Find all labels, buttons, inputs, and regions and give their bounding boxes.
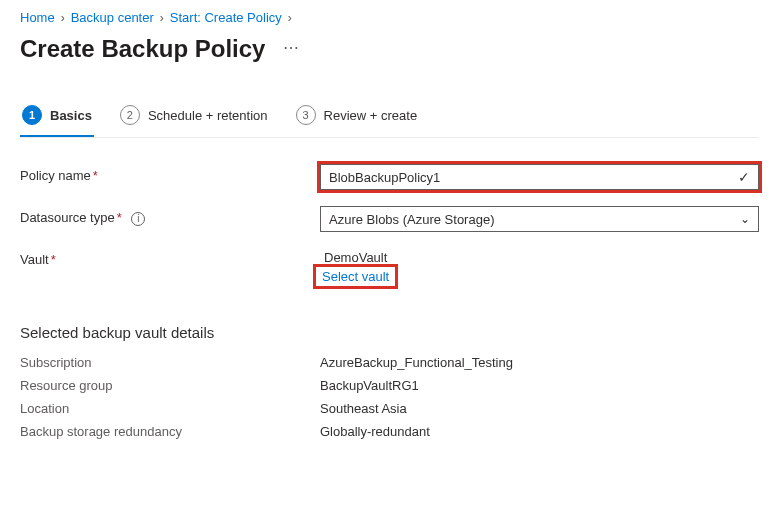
detail-row: Resource group BackupVaultRG1 (20, 378, 759, 393)
breadcrumb-start-create-policy[interactable]: Start: Create Policy (170, 10, 282, 25)
vault-details-heading: Selected backup vault details (20, 324, 759, 341)
step-badge: 2 (120, 105, 140, 125)
step-badge: 3 (296, 105, 316, 125)
detail-label: Resource group (20, 378, 320, 393)
detail-value: BackupVaultRG1 (320, 378, 419, 393)
info-icon[interactable]: i (131, 212, 145, 226)
chevron-right-icon: › (61, 11, 65, 25)
chevron-right-icon: › (160, 11, 164, 25)
step-badge: 1 (22, 105, 42, 125)
policy-name-label: Policy name* (20, 164, 320, 183)
breadcrumb-home[interactable]: Home (20, 10, 55, 25)
detail-row: Backup storage redundancy Globally-redun… (20, 424, 759, 439)
wizard-tabs: 1 Basics 2 Schedule + retention 3 Review… (20, 99, 759, 138)
datasource-type-value: Azure Blobs (Azure Storage) (329, 212, 494, 227)
page-title: Create Backup Policy (20, 35, 265, 63)
tab-label: Review + create (324, 108, 418, 123)
required-icon: * (51, 252, 56, 267)
tab-schedule-retention[interactable]: 2 Schedule + retention (118, 99, 270, 137)
vault-current-value: DemoVault (320, 248, 759, 267)
select-vault-link[interactable]: Select vault (316, 267, 395, 286)
policy-name-input[interactable]: BlobBackupPolicy1 ✓ (320, 164, 759, 190)
tab-label: Basics (50, 108, 92, 123)
detail-label: Subscription (20, 355, 320, 370)
required-icon: * (93, 168, 98, 183)
detail-row: Subscription AzureBackup_Functional_Test… (20, 355, 759, 370)
chevron-right-icon: › (288, 11, 292, 25)
detail-value: Southeast Asia (320, 401, 407, 416)
checkmark-icon: ✓ (738, 169, 750, 185)
vault-label: Vault* (20, 248, 320, 267)
tab-label: Schedule + retention (148, 108, 268, 123)
chevron-down-icon: ⌄ (740, 212, 750, 226)
datasource-type-select[interactable]: Azure Blobs (Azure Storage) ⌄ (320, 206, 759, 232)
tab-review-create[interactable]: 3 Review + create (294, 99, 420, 137)
more-actions-icon[interactable]: ⋯ (277, 38, 305, 57)
breadcrumb-backup-center[interactable]: Backup center (71, 10, 154, 25)
detail-value: AzureBackup_Functional_Testing (320, 355, 513, 370)
detail-value: Globally-redundant (320, 424, 430, 439)
policy-name-value: BlobBackupPolicy1 (329, 170, 440, 185)
required-icon: * (117, 210, 122, 225)
breadcrumb: Home › Backup center › Start: Create Pol… (20, 10, 759, 25)
detail-label: Location (20, 401, 320, 416)
datasource-type-label: Datasource type* i (20, 206, 320, 226)
detail-label: Backup storage redundancy (20, 424, 320, 439)
detail-row: Location Southeast Asia (20, 401, 759, 416)
tab-basics[interactable]: 1 Basics (20, 99, 94, 137)
